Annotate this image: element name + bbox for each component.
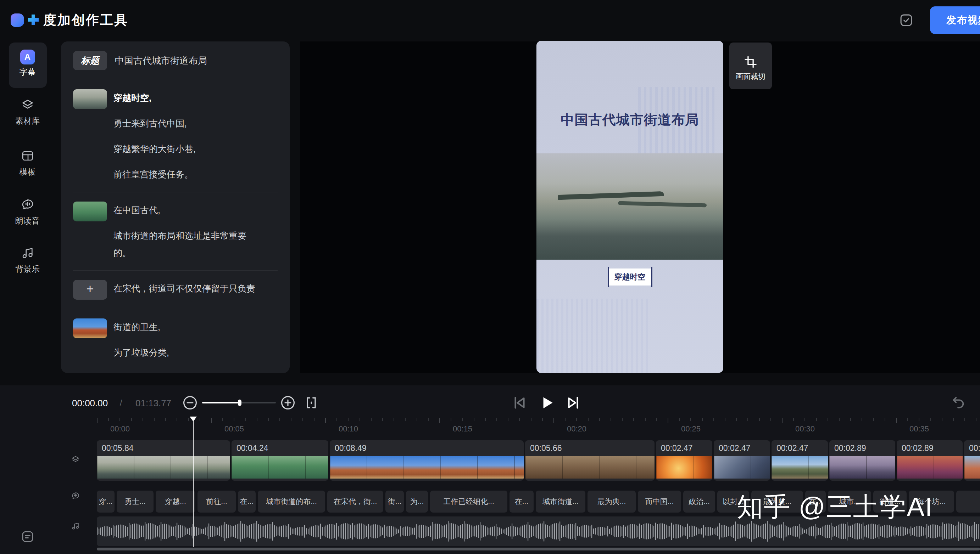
- ruler-minor-tick: [417, 418, 417, 421]
- entry-thumbnail[interactable]: [73, 89, 107, 109]
- subtitle-chip[interactable]: 为...: [406, 490, 428, 513]
- timeline-ruler[interactable]: 00:0000:0500:1000:1500:2000:2500:3000:35: [97, 418, 980, 435]
- music-icon: [21, 246, 35, 260]
- video-preview[interactable]: 中国古代城市街道布局 穿越时空: [536, 41, 723, 373]
- subtitle-line[interactable]: 穿越繁华的大街小巷,: [113, 140, 255, 157]
- playhead[interactable]: [186, 417, 201, 547]
- clip-duration-label: 00:05.66: [530, 444, 562, 453]
- ruler-minor-tick: [348, 418, 348, 421]
- subtitle-line[interactable]: 在宋代，街道司不仅仅停留于只负责: [113, 280, 255, 297]
- ruler-minor-tick: [394, 418, 394, 421]
- video-clip[interactable]: 00:08.49: [330, 440, 524, 481]
- clip-thumbnail-strip: [829, 456, 895, 479]
- sidebar-item-music[interactable]: 背景乐: [0, 246, 55, 274]
- video-clip[interactable]: 00:02.89: [829, 440, 895, 481]
- ruler-minor-tick: [337, 418, 337, 421]
- video-clip[interactable]: 00:05.66: [525, 440, 654, 481]
- subtitle-entry[interactable]: 街道的卫生,为了垃圾分类,: [73, 309, 278, 370]
- timeline-scrollbar[interactable]: [97, 548, 980, 551]
- subtitle-a-icon: A: [20, 49, 35, 64]
- subtitle-line[interactable]: 城市街道的布局和选址是非常重要的。: [113, 227, 255, 261]
- clip-thumbnail-strip: [656, 456, 712, 479]
- crop-button[interactable]: 画面裁切: [729, 43, 772, 89]
- ruler-major-tick: [97, 418, 97, 423]
- timeline: 00:00.00 / 01:13.77 00:0000:0500:1000:15…: [0, 385, 980, 554]
- subtitle-chip[interactable]: 前往...: [198, 490, 236, 513]
- video-clip[interactable]: 00:05.84: [97, 440, 230, 481]
- video-clip[interactable]: 00:02.47: [771, 440, 828, 481]
- subtitle-chip[interactable]: 勇士...: [117, 490, 153, 513]
- list-panel-icon: [21, 530, 34, 543]
- subtitle-line[interactable]: 在中国古代,: [113, 202, 255, 218]
- subtitle-line[interactable]: 穿越时空,: [113, 89, 255, 106]
- clip-duration-label: 00:04.24: [236, 444, 268, 453]
- clip-duration-label: 00:08.49: [335, 444, 367, 453]
- subtitle-line[interactable]: 勇士来到古代中国,: [113, 115, 255, 132]
- draft-saved-check-button[interactable]: [899, 13, 914, 28]
- subtitle-chip[interactable]: 工作已经细化...: [430, 490, 508, 513]
- subtitle-chip[interactable]: 而中国...: [638, 490, 681, 513]
- subtitle-chip[interactable]: 在宋代，街...: [327, 490, 383, 513]
- clip-thumbnail-strip: [231, 456, 328, 479]
- preview-title: 中国古代城市街道布局: [536, 111, 723, 129]
- subtitle-entry[interactable]: 穿越时空,勇士来到古代中国,穿越繁华的大街小巷,前往皇宫接受任务。: [73, 80, 278, 193]
- ruler-minor-tick: [291, 418, 291, 421]
- subtitle-line[interactable]: 街道的卫生,: [113, 318, 255, 336]
- video-clip[interactable]: 00:02.8: [964, 440, 980, 481]
- subtitle-chip[interactable]: [956, 490, 980, 513]
- duja-logo-d-icon: [11, 13, 24, 27]
- clip-thumbnail-strip: [330, 456, 524, 479]
- video-clip[interactable]: 00:02.89: [897, 440, 962, 481]
- entry-thumbnail[interactable]: [73, 318, 107, 338]
- clip-duration-label: 00:02.8: [969, 444, 980, 453]
- ruler-minor-tick: [405, 418, 405, 421]
- ruler-minor-tick: [747, 418, 748, 421]
- ruler-minor-tick: [588, 418, 589, 421]
- subtitle-line[interactable]: 前往皇宫接受任务。: [113, 166, 255, 183]
- ruler-time-label: 00:15: [453, 424, 472, 433]
- video-clip[interactable]: 00:04.24: [231, 440, 328, 481]
- subtitle-chip[interactable]: 最为典...: [587, 490, 636, 513]
- ruler-minor-tick: [964, 418, 965, 421]
- sidebar-item-subtitle-a[interactable]: A字幕: [0, 43, 55, 78]
- ruler-minor-tick: [862, 418, 862, 421]
- sidebar-item-layers[interactable]: 素材库: [0, 98, 55, 126]
- subtitle-chip[interactable]: 城市街道...: [536, 490, 586, 513]
- video-clip[interactable]: 00:02.47: [656, 440, 712, 481]
- audio-track-icon: [71, 521, 80, 531]
- ruler-minor-tick: [508, 418, 508, 421]
- layers-icon: [21, 98, 35, 112]
- sidebar-item-voice[interactable]: 朗读音: [0, 197, 55, 226]
- publish-video-button[interactable]: 发布视频: [930, 6, 980, 34]
- ruler-minor-tick: [713, 418, 714, 421]
- subtitle-list-toggle-button[interactable]: [21, 530, 35, 544]
- subtitle-line[interactable]: 为了垃圾分类,: [113, 344, 255, 361]
- ruler-minor-tick: [816, 418, 817, 421]
- ruler-minor-tick: [736, 418, 737, 421]
- ruler-minor-tick: [645, 418, 646, 421]
- clip-duration-label: 00:02.47: [776, 444, 808, 453]
- add-clip-button[interactable]: +: [73, 280, 107, 300]
- ruler-minor-tick: [519, 418, 520, 421]
- watermark: 知乎 @三土学AI: [737, 490, 933, 525]
- subtitle-entry[interactable]: +在宋代，街道司不仅仅停留于只负责: [73, 271, 278, 309]
- subtitle-chip[interactable]: 在...: [238, 490, 255, 513]
- subtitle-chip[interactable]: 穿...: [97, 490, 115, 513]
- subtitle-chip[interactable]: 街...: [385, 490, 404, 513]
- app-title: 度加创作工具: [43, 11, 128, 29]
- subtitle-chip[interactable]: 城市街道的布...: [258, 490, 325, 513]
- subtitle-entry[interactable]: 在中国古代,城市街道的布局和选址是非常重要的。: [73, 193, 278, 271]
- ruler-minor-tick: [942, 418, 942, 421]
- video-clip[interactable]: 00:02.47: [714, 440, 770, 481]
- sidebar-item-label: 字幕: [0, 67, 55, 78]
- subtitle-chip[interactable]: 在...: [509, 490, 534, 513]
- sidebar-item-template[interactable]: 模板: [0, 149, 55, 177]
- ruler-major-tick: [782, 418, 782, 423]
- video-title-text[interactable]: 中国古代城市街道布局: [115, 54, 207, 67]
- ruler-major-tick: [211, 418, 212, 423]
- ruler-minor-tick: [931, 418, 931, 421]
- ruler-time-label: 00:20: [567, 424, 586, 433]
- ruler-minor-tick: [884, 418, 885, 421]
- subtitle-chip[interactable]: 政治...: [683, 490, 715, 513]
- entry-thumbnail[interactable]: [73, 202, 107, 221]
